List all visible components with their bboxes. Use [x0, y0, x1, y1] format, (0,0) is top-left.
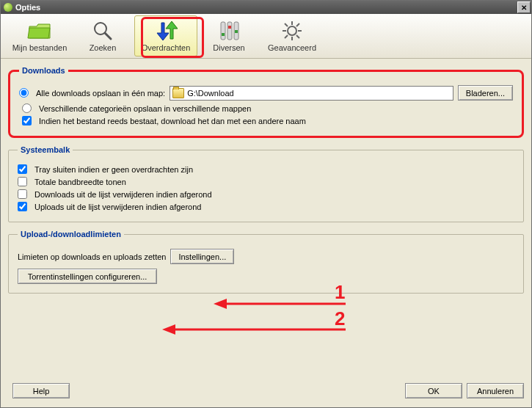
tab-geavanceerd[interactable]: Geavanceerd — [260, 15, 324, 57]
group-limits: Upload-/downloadlimieten Limieten op dow… — [8, 230, 524, 294]
transfer-icon — [153, 20, 178, 42]
tab-label: Geavanceerd — [268, 43, 316, 52]
svg-line-13 — [285, 23, 288, 26]
label-tray-close: Tray sluiten indien er geen overdrachten… — [34, 165, 193, 174]
row-tray-close: Tray sluiten indien er geen overdrachten… — [18, 164, 514, 174]
toolbar: Mijn bestanden Zoeken Overdrachten — [1, 14, 531, 59]
checkbox-rename-existing[interactable] — [22, 116, 32, 125]
row-rename-existing: Indien het bestand reeds bestaat, downlo… — [22, 116, 513, 125]
label-per-category: Verschillende categorieën opslaan in ver… — [39, 104, 251, 113]
svg-line-16 — [285, 35, 288, 38]
svg-line-15 — [296, 23, 299, 26]
svg-rect-7 — [235, 30, 238, 33]
radio-single-folder[interactable] — [19, 88, 29, 98]
settings-button[interactable]: Instellingen... — [170, 249, 234, 264]
close-icon[interactable]: ✕ — [517, 1, 531, 13]
group-downloads: Downloads Alle downloads opslaan in één … — [8, 66, 524, 138]
sliders-icon — [216, 20, 241, 42]
label-single-folder: Alle downloads opslaan in één map: — [36, 89, 165, 98]
options-window: Opties ✕ Mijn bestanden Zoeken — [0, 0, 532, 408]
label-remove-uploads: Uploads uit de lijst verwijderen indien … — [34, 203, 201, 211]
row-download-categories: Verschillende categorieën opslaan in ver… — [22, 103, 513, 113]
checkbox-remove-uploads[interactable] — [18, 202, 27, 211]
group-systray: Systeembalk Tray sluiten indien er geen … — [8, 145, 524, 222]
download-path-value: G:\Download — [187, 89, 234, 98]
browse-button[interactable]: Bladeren... — [458, 85, 513, 101]
group-legend: Downloads — [19, 66, 68, 75]
app-icon — [4, 3, 12, 12]
row-show-bandwidth: Totale bandbreedte tonen — [18, 177, 514, 186]
tab-mijn-bestanden[interactable]: Mijn bestanden — [8, 15, 71, 57]
tab-diversen[interactable]: Diversen — [197, 15, 260, 57]
help-button[interactable]: Help — [12, 383, 70, 398]
folder-icon — [27, 20, 52, 42]
torrent-settings-button[interactable]: Torrentinstellingen configureren... — [18, 269, 157, 284]
row-limits: Limieten op downloads en uploads zetten … — [18, 249, 514, 264]
checkbox-tray-close[interactable] — [18, 164, 27, 174]
row-remove-uploads: Uploads uit de lijst verwijderen indien … — [18, 202, 514, 211]
checkbox-remove-downloads[interactable] — [18, 189, 27, 199]
bottom-bar: Help OK Annuleren — [8, 383, 524, 398]
svg-rect-2 — [221, 22, 225, 40]
tab-label: Mijn bestanden — [12, 43, 68, 52]
annotation-number-2: 2 — [335, 307, 345, 330]
cancel-button[interactable]: Annuleren — [467, 383, 524, 398]
svg-point-8 — [288, 26, 296, 35]
checkbox-show-bandwidth[interactable] — [18, 177, 27, 186]
search-icon — [90, 20, 115, 42]
row-download-single: Alle downloads opslaan in één map: G:\Do… — [19, 85, 513, 101]
label-show-bandwidth: Totale bandbreedte tonen — [34, 178, 126, 186]
tab-label: Overdrachten — [142, 43, 191, 52]
svg-line-14 — [296, 35, 299, 38]
ok-button[interactable]: OK — [405, 383, 462, 398]
svg-rect-4 — [227, 22, 232, 40]
label-remove-downloads: Downloads uit de lijst verwijderen indie… — [34, 190, 212, 199]
label-rename-existing: Indien het bestand reeds bestaat, downlo… — [39, 117, 306, 125]
group-legend: Upload-/downloadlimieten — [18, 230, 124, 238]
tab-overdrachten[interactable]: Overdrachten — [134, 15, 197, 57]
annotation-number-1: 1 — [335, 281, 345, 304]
download-path-input[interactable]: G:\Download — [170, 86, 453, 101]
tab-label: Zoeken — [90, 43, 117, 52]
title-bar: Opties ✕ — [1, 1, 531, 14]
body: Downloads Alle downloads opslaan in één … — [1, 59, 531, 407]
row-remove-downloads: Downloads uit de lijst verwijderen indie… — [18, 189, 514, 199]
folder-icon — [172, 88, 184, 98]
label-limits: Limieten op downloads en uploads zetten — [18, 252, 166, 261]
svg-rect-5 — [228, 26, 231, 29]
radio-per-category[interactable] — [22, 103, 32, 113]
tab-label: Diversen — [213, 43, 244, 52]
tab-zoeken[interactable]: Zoeken — [71, 15, 134, 57]
svg-rect-3 — [222, 33, 225, 36]
group-legend: Systeembalk — [18, 145, 73, 154]
svg-line-1 — [105, 33, 111, 39]
gear-icon — [280, 20, 305, 42]
window-title: Opties — [15, 3, 517, 12]
